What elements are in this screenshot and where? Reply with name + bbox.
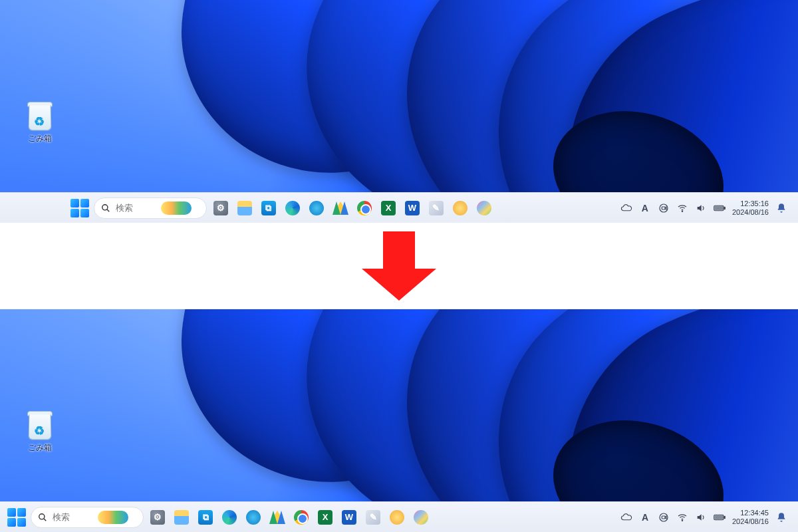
task-chrome[interactable] bbox=[291, 507, 311, 527]
task-powertoys[interactable] bbox=[387, 507, 407, 527]
onenote-icon: ✎ bbox=[429, 201, 444, 215]
task-paint[interactable] bbox=[474, 198, 494, 218]
search-icon bbox=[101, 203, 110, 213]
clock-time: 12:34:45 bbox=[732, 509, 769, 517]
svg-line-1 bbox=[107, 209, 109, 211]
thunderbird-icon bbox=[246, 510, 261, 525]
task-settings[interactable]: ⚙ bbox=[211, 198, 231, 218]
edge-icon bbox=[222, 510, 237, 525]
paint-icon bbox=[477, 201, 491, 215]
taskbar-left-group: ⚙ ⧉ X W ✎ bbox=[7, 507, 431, 528]
recycle-bin[interactable]: ♻ ごみ箱 bbox=[17, 100, 63, 144]
task-thunderbird[interactable] bbox=[243, 507, 263, 527]
chrome-icon bbox=[294, 510, 309, 525]
notifications-icon[interactable] bbox=[775, 511, 787, 523]
task-powertoys[interactable] bbox=[450, 198, 470, 218]
taskbar-clock[interactable]: 12:35:16 2024/08/16 bbox=[732, 200, 769, 216]
task-microsoft-store[interactable]: ⧉ bbox=[259, 198, 279, 218]
recycle-bin-label: ごみ箱 bbox=[28, 442, 52, 454]
recycle-bin-icon: ♻ bbox=[26, 409, 54, 440]
settings-icon: ⚙ bbox=[150, 510, 165, 525]
wallpaper-bloom bbox=[0, 309, 798, 532]
ime-indicator[interactable]: A bbox=[639, 511, 651, 523]
wifi-icon[interactable] bbox=[676, 202, 688, 214]
svg-line-9 bbox=[44, 519, 46, 521]
battery-icon[interactable] bbox=[714, 202, 726, 214]
chrome-icon bbox=[357, 201, 372, 215]
recycle-bin-label: ごみ箱 bbox=[28, 133, 52, 144]
recycle-bin-icon: ♻ bbox=[26, 100, 54, 130]
notifications-icon[interactable] bbox=[775, 202, 787, 214]
task-file-explorer[interactable] bbox=[235, 198, 255, 218]
task-excel[interactable]: X bbox=[315, 507, 335, 527]
taskbar-center-group: ⚙ ⧉ X W ✎ bbox=[70, 198, 494, 219]
task-google-drive[interactable] bbox=[331, 198, 350, 218]
start-button[interactable] bbox=[70, 198, 90, 218]
task-excel[interactable]: X bbox=[378, 198, 398, 218]
taskbar-clock[interactable]: 12:34:45 2024/08/16 bbox=[732, 509, 769, 525]
svg-point-12 bbox=[682, 520, 682, 521]
svg-rect-11 bbox=[662, 516, 665, 519]
search-input[interactable] bbox=[53, 512, 92, 522]
task-google-drive[interactable] bbox=[267, 507, 287, 527]
volume-icon[interactable] bbox=[695, 511, 707, 523]
wifi-icon[interactable] bbox=[676, 511, 688, 523]
desktop-after: ♻ ごみ箱 ⚙ ⧉ X W ✎ bbox=[0, 309, 798, 532]
word-icon: W bbox=[405, 201, 420, 215]
taskbar-after: ⚙ ⧉ X W ✎ A 12:34:4 bbox=[0, 501, 798, 532]
thunderbird-icon bbox=[309, 201, 324, 215]
search-highlight-art bbox=[161, 201, 192, 215]
search-icon bbox=[38, 513, 47, 522]
transition-arrow-area bbox=[0, 223, 798, 309]
task-thunderbird[interactable] bbox=[307, 198, 327, 218]
svg-rect-15 bbox=[715, 515, 722, 519]
task-edge[interactable] bbox=[219, 507, 239, 527]
microsoft-store-icon: ⧉ bbox=[261, 201, 276, 215]
onedrive-tray-icon[interactable] bbox=[620, 202, 632, 214]
svg-point-4 bbox=[682, 211, 682, 211]
system-tray: A 12:35:16 2024/08/16 bbox=[620, 200, 791, 216]
task-onenote[interactable]: ✎ bbox=[363, 507, 383, 527]
svg-rect-7 bbox=[715, 206, 722, 209]
task-paint[interactable] bbox=[411, 507, 431, 527]
meet-now-icon[interactable] bbox=[658, 202, 670, 214]
desktop-before: ♻ ごみ箱 ⚙ ⧉ X W ✎ bbox=[0, 0, 798, 223]
excel-icon: X bbox=[318, 510, 332, 525]
onedrive-tray-icon[interactable] bbox=[620, 511, 632, 523]
task-microsoft-store[interactable]: ⧉ bbox=[196, 507, 215, 527]
svg-point-8 bbox=[39, 513, 45, 519]
taskbar-search[interactable] bbox=[31, 507, 144, 528]
clock-time: 12:35:16 bbox=[732, 200, 769, 208]
taskbar-search[interactable] bbox=[94, 198, 207, 219]
file-explorer-icon bbox=[174, 510, 189, 525]
volume-icon[interactable] bbox=[695, 202, 707, 214]
task-chrome[interactable] bbox=[354, 198, 374, 218]
svg-point-0 bbox=[102, 204, 108, 209]
file-explorer-icon bbox=[237, 201, 252, 215]
svg-rect-6 bbox=[724, 207, 726, 209]
meet-now-icon[interactable] bbox=[658, 511, 670, 523]
taskbar-before: ⚙ ⧉ X W ✎ A 12:35:1 bbox=[0, 192, 798, 223]
google-drive-icon bbox=[333, 201, 348, 215]
task-onenote[interactable]: ✎ bbox=[426, 198, 446, 218]
task-edge[interactable] bbox=[283, 198, 303, 218]
google-drive-icon bbox=[270, 510, 285, 525]
search-highlight-art bbox=[98, 511, 128, 524]
battery-icon[interactable] bbox=[714, 511, 726, 523]
wallpaper-bloom bbox=[0, 0, 798, 223]
task-word[interactable]: W bbox=[339, 507, 359, 527]
start-button[interactable] bbox=[7, 507, 27, 527]
task-settings[interactable]: ⚙ bbox=[148, 507, 168, 527]
task-file-explorer[interactable] bbox=[172, 507, 192, 527]
word-icon: W bbox=[342, 510, 356, 525]
task-word[interactable]: W bbox=[402, 198, 422, 218]
settings-icon: ⚙ bbox=[213, 201, 228, 215]
ime-indicator[interactable]: A bbox=[639, 202, 651, 214]
svg-rect-3 bbox=[662, 207, 665, 209]
svg-rect-14 bbox=[724, 516, 726, 518]
powertoys-icon bbox=[453, 201, 467, 215]
search-input[interactable] bbox=[116, 203, 156, 213]
recycle-bin[interactable]: ♻ ごみ箱 bbox=[17, 409, 63, 454]
paint-icon bbox=[414, 510, 428, 525]
clock-date: 2024/08/16 bbox=[732, 517, 769, 526]
